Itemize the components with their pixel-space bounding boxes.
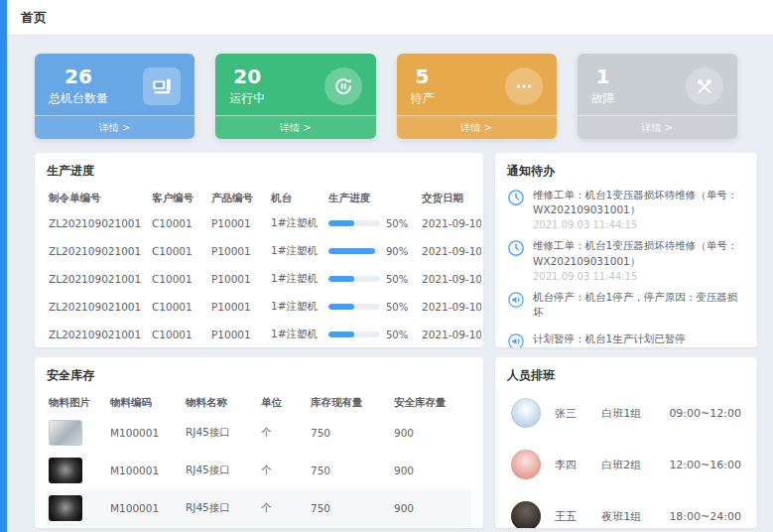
cell-customer-no: C10001: [150, 265, 209, 293]
stat-card-fault: 1 故障 详情 >: [578, 54, 737, 139]
production-progress-panel: 生产进度 制令单编号 客户编号 产品编号 机台 生产进度 交货日期 ZL2021: [35, 153, 483, 347]
notification-item[interactable]: 计划暂停：机台1生产计划已暂停 2021.09.03 11:44:15: [507, 332, 745, 347]
panel-title: 生产进度: [47, 163, 471, 180]
cell-material-photo: [47, 414, 108, 452]
cell-material-name: RJ45接口: [184, 452, 259, 489]
progress-percent: 90: [386, 246, 408, 257]
stat-value: 20: [229, 66, 265, 88]
cell-material-photo: [47, 489, 108, 527]
table-header-row: 物料图片 物料编码 物料名称 单位 库存现有量 安全库存量: [47, 392, 471, 414]
notification-text: 维修工单：机台1变压器损坏待维修（单号：WX202109031001）: [533, 238, 745, 268]
stat-label: 总机台数量: [49, 90, 108, 107]
cell-machine: 1#注塑机: [269, 209, 326, 237]
cell-progress: 50: [326, 321, 420, 347]
stat-card-body: 5 待产: [397, 54, 557, 115]
cell-machine: 1#注塑机: [269, 293, 326, 321]
card-detail-link[interactable]: 详情 >: [35, 115, 194, 139]
column-header: 生产进度: [326, 188, 420, 209]
progress-bar: [328, 248, 380, 254]
notification-time: 2021.09.03 11:44:15: [533, 271, 745, 282]
panel-title: 安全库存: [47, 367, 471, 384]
table-header-row: 制令单编号 客户编号 产品编号 机台 生产进度 交货日期: [47, 188, 481, 209]
schedule-row: 李四 白班2组 12:00~16:00: [507, 444, 745, 485]
card-detail-link[interactable]: 详情 >: [215, 115, 375, 139]
cell-on-hand: 750: [309, 414, 392, 452]
stat-card-body: 1 故障: [578, 54, 737, 115]
shift-time: 18:00~24:00: [669, 510, 741, 523]
table-row: ZL202109021001 C10001 P10001 1#注塑机 50 20…: [47, 265, 481, 293]
progress-percent: 50: [386, 330, 408, 340]
shift-label: 夜班1组: [601, 509, 655, 524]
cell-progress: 50: [326, 293, 420, 321]
sync-icon: [324, 67, 362, 105]
card-detail-link[interactable]: 详情 >: [397, 115, 557, 139]
column-header: 机台: [269, 188, 326, 209]
cell-material-name: RJ45接口: [184, 414, 259, 452]
notification-item[interactable]: 维修工单：机台1变压器损坏待维修（单号：WX202109031001） 2021…: [507, 188, 745, 230]
cell-progress: 90: [326, 237, 420, 265]
stat-card-standby: 5 待产 详情 >: [397, 54, 557, 139]
progress-percent: 50: [386, 302, 408, 313]
notifications-panel: 通知待办 维修工单：机台1变压器损坏待维修（单号：WX202109031001）…: [495, 153, 757, 347]
stat-value: 5: [411, 66, 435, 88]
cell-safety-qty: 900: [392, 414, 471, 452]
clock-icon: [507, 189, 525, 206]
cell-material-code: M100001: [108, 489, 184, 527]
notification-time: 2021.09.03 11:44:15: [533, 219, 745, 230]
column-header: 物料编码: [108, 392, 184, 414]
cell-material-code: M100001: [108, 414, 184, 452]
progress-bar: [328, 276, 380, 282]
progress-percent: 50: [386, 274, 408, 285]
shift-label: 白班1组: [601, 406, 655, 421]
cell-unit: 个: [259, 452, 309, 489]
cell-delivery-date: 2021-09-10: [420, 237, 481, 265]
progress-bar: [328, 304, 380, 310]
cell-delivery-date: 2021-09-10: [420, 321, 481, 347]
notification-text: 计划暂停：机台1生产计划已暂停: [533, 332, 686, 346]
column-header: 产品编号: [209, 188, 269, 209]
progress-percent: 50: [386, 218, 408, 229]
speaker-icon: [507, 332, 525, 347]
cell-product-no: P10001: [209, 209, 269, 237]
cell-progress: 50: [326, 265, 420, 293]
stat-card-body: 26 总机台数量: [35, 54, 194, 115]
notification-item[interactable]: 维修工单：机台1变压器损坏待维修（单号：WX202109031001） 2021…: [507, 238, 745, 281]
stat-label: 待产: [411, 90, 435, 107]
cell-on-hand: 750: [309, 489, 392, 527]
progress-bar: [328, 220, 380, 226]
cell-customer-no: C10001: [150, 237, 209, 265]
page-title: 首页: [21, 9, 47, 27]
cell-order-no: ZL202109021001: [47, 265, 150, 293]
person-name: 张三: [555, 406, 587, 421]
tools-icon: [686, 67, 723, 105]
stat-label: 故障: [591, 90, 615, 107]
cell-product-no: P10001: [209, 321, 269, 347]
cell-unit: 个: [259, 414, 309, 452]
production-table: 制令单编号 客户编号 产品编号 机台 生产进度 交货日期 ZL202109021…: [47, 188, 481, 347]
avatar: [511, 398, 541, 428]
column-header: 物料图片: [47, 392, 108, 414]
stat-card-body: 20 运行中: [215, 54, 375, 115]
panel-grid: 生产进度 制令单编号 客户编号 产品编号 机台 生产进度 交货日期 ZL2021: [35, 153, 757, 528]
cell-delivery-date: 2021-09-10: [420, 265, 481, 293]
shift-time: 09:00~12:00: [669, 407, 741, 420]
speaker-photo: [49, 458, 82, 483]
cell-customer-no: C10001: [150, 293, 209, 321]
safety-stock-table: 物料图片 物料编码 物料名称 单位 库存现有量 安全库存量 M100001 RJ…: [47, 392, 471, 527]
top-bar: 首页: [7, 0, 773, 36]
notification-item[interactable]: 机台停产：机台1停产，停产原因：变压器损坏: [507, 290, 745, 324]
speaker-photo: [49, 495, 82, 521]
cell-on-hand: 750: [309, 452, 392, 489]
column-header: 单位: [259, 392, 309, 414]
cell-order-no: ZL202109021001: [47, 321, 150, 347]
schedule-row: 王五 夜班1组 18:00~24:00: [507, 495, 745, 528]
shift-label: 白班2组: [601, 458, 655, 472]
cell-order-no: ZL202109021001: [47, 293, 150, 321]
machine-icon: [143, 67, 181, 105]
cell-safety-qty: 900: [392, 489, 471, 527]
cell-material-name: RJ45接口: [184, 489, 259, 527]
avatar: [511, 501, 541, 528]
stat-value: 26: [49, 66, 108, 88]
ellipsis-icon: [505, 67, 543, 105]
card-detail-link[interactable]: 详情 >: [578, 115, 737, 139]
